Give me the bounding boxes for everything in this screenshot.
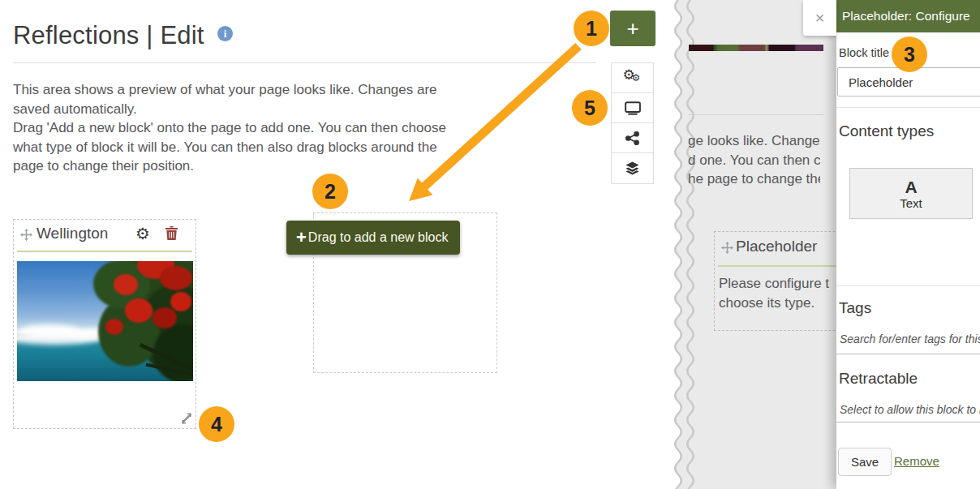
plus-icon: + — [296, 229, 307, 246]
gears-icon: ⚙ ⚙ — [623, 70, 643, 86]
wellington-photo — [17, 261, 193, 381]
clipped-text-line: d one. You can then ch — [688, 151, 820, 170]
block-title: Wellington — [37, 225, 108, 242]
content-type-text-card[interactable]: A Text — [849, 168, 973, 219]
text-type-label: Text — [900, 196, 922, 210]
settings-button[interactable]: ⚙ ⚙ — [612, 63, 653, 93]
page-title: Reflections | Edit — [13, 21, 204, 50]
retractable-heading: Retractable — [839, 370, 918, 388]
save-button[interactable]: Save — [838, 448, 892, 476]
tags-input-underline[interactable] — [836, 354, 980, 354]
block-header: Wellington ⚙ — [14, 220, 196, 251]
block-title-rule — [17, 251, 192, 252]
resize-handle-icon[interactable] — [181, 413, 192, 424]
intro-paragraph: This area shows a preview of what your p… — [13, 80, 464, 118]
retractable-input-underline[interactable] — [836, 422, 980, 423]
drag-button-label: Drag to add a new block — [308, 230, 449, 245]
callout-1: 1 — [574, 11, 609, 46]
block-title-label: Block title — [839, 46, 889, 59]
callout-4: 4 — [199, 406, 234, 442]
move-icon[interactable] — [20, 229, 32, 241]
intro-paragraph: Drag 'Add a new block' onto the page to … — [13, 118, 464, 176]
placeholder-configure-panel: Placeholder: Configure Block title Conte… — [836, 0, 980, 489]
layers-icon — [625, 161, 639, 175]
display-page-button[interactable] — [612, 93, 653, 123]
drag-to-add-block-button[interactable]: + Drag to add a new block — [286, 221, 460, 255]
remove-link[interactable]: Remove — [894, 454, 939, 468]
clipped-text-line: he page to change thei — [688, 169, 820, 189]
page-toolbar: ⚙ ⚙ — [611, 62, 654, 184]
panel-header: Placeholder: Configure — [836, 0, 980, 32]
mahara-edit-page: ge looks like. Changes a d one. You can … — [0, 0, 980, 489]
preview-clipped-intro-text: ge looks like. Changes a d one. You can … — [688, 131, 820, 190]
share-icon — [625, 131, 639, 145]
wellington-block: Wellington ⚙ — [13, 219, 196, 429]
text-type-glyph: A — [905, 178, 917, 196]
section-divider — [836, 285, 980, 286]
delete-block-icon[interactable] — [165, 226, 178, 240]
callout-5: 5 — [572, 90, 608, 126]
monitor-icon — [625, 101, 641, 115]
close-icon[interactable]: × — [803, 0, 836, 36]
preview-title-divider — [689, 114, 823, 115]
intro-text: This area shows a preview of what your p… — [13, 80, 464, 176]
configure-block-icon[interactable]: ⚙ — [135, 223, 150, 244]
add-layers-button[interactable] — [612, 153, 653, 183]
info-icon[interactable]: i — [217, 26, 233, 41]
preview-theme-banner — [689, 45, 823, 51]
share-page-button[interactable] — [612, 123, 653, 153]
clipped-text-line: ge looks like. Changes a — [688, 131, 820, 151]
section-divider — [836, 107, 980, 108]
move-icon — [721, 242, 733, 254]
content-types-heading: Content types — [839, 122, 934, 140]
title-divider — [13, 62, 596, 63]
tags-heading: Tags — [839, 299, 871, 317]
placeholder-block-title: Placeholder — [736, 238, 817, 255]
callout-2: 2 — [312, 174, 348, 209]
add-block-button[interactable]: + — [610, 11, 655, 46]
tags-help-text: Search for/enter tags for this blo — [840, 332, 980, 345]
callout-3: 3 — [892, 36, 927, 72]
retractable-help-text: Select to allow this block to be re — [840, 403, 980, 416]
